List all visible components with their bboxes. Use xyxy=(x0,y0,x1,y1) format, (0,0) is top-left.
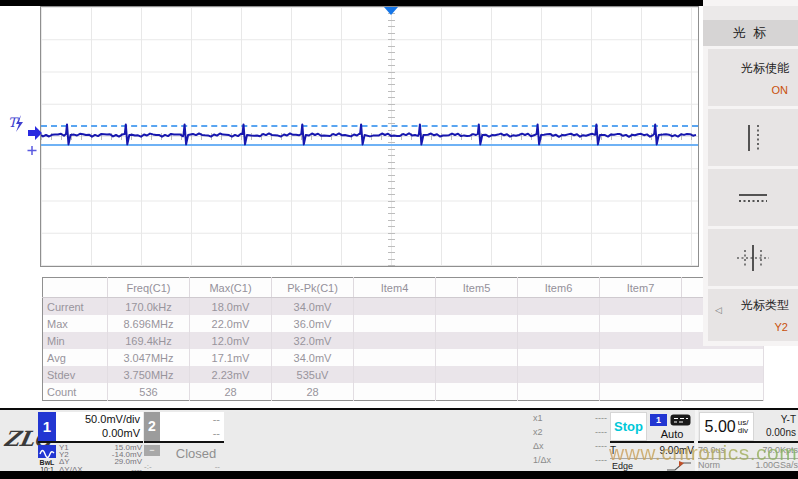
cursor-enable-button[interactable]: 光标使能 ON xyxy=(708,49,798,106)
cursor-x-label: x1 xyxy=(533,412,543,426)
channel2-bottom-row: -:- -- xyxy=(144,462,220,471)
meas-col-header: Max(C1) xyxy=(190,278,272,298)
meas-cell xyxy=(682,349,764,366)
channel2-top-row: 2 -- -- xyxy=(144,412,224,443)
channel1-scale: 50.0mV/div xyxy=(56,412,140,426)
trigger-delay: 0.00ns xyxy=(750,427,796,438)
run-state-indicator[interactable]: Stop xyxy=(610,412,647,441)
meas-cell xyxy=(518,366,600,383)
display-mode: Y-T xyxy=(754,414,796,425)
meas-cell xyxy=(600,315,682,332)
horizontal-cursors-icon xyxy=(737,189,769,207)
vertical-cursors-button[interactable] xyxy=(708,109,798,166)
timebase-unit-bottom: div xyxy=(738,426,748,435)
channel2-badge[interactable]: 2 xyxy=(144,412,160,441)
cursor-anchor-icon xyxy=(28,146,37,155)
cursor-x-label: 1/Δx xyxy=(533,454,551,468)
channel1-block[interactable]: 1 50.0mV/div 0.00mV BwL 10:1 Y115.0mV Y2… xyxy=(38,412,143,470)
channel1-top-row: 1 50.0mV/div 0.00mV xyxy=(38,412,143,443)
watermark: www.cntronics.com xyxy=(609,441,797,465)
meas-cell xyxy=(600,383,682,401)
meas-cell: 170.0kHz xyxy=(108,298,190,316)
cursor-type-button[interactable]: ◁ 光标类型 Y2 xyxy=(708,289,798,341)
channel-trigger-markers: T xyxy=(6,112,44,158)
sine-wave-icon xyxy=(38,445,56,458)
meas-cell xyxy=(518,383,600,401)
bottom-frame-strip xyxy=(0,471,798,479)
meas-col-header: Freq(C1) xyxy=(108,278,190,298)
waveform-trace xyxy=(41,7,698,266)
lightning-icon xyxy=(16,115,23,132)
meas-cell xyxy=(436,298,518,316)
trigger-mode: Auto xyxy=(650,428,694,440)
waveform-display xyxy=(40,6,699,267)
cursor-x-value: ---- xyxy=(595,440,607,454)
meas-cell xyxy=(518,349,600,366)
vertical-cursors-icon xyxy=(738,122,768,154)
channel1-position-arrow-icon[interactable] xyxy=(28,126,42,140)
meas-cell xyxy=(518,332,600,349)
timebase-readout[interactable]: 5.00 us/ div xyxy=(699,412,754,441)
cursor-x-value: ---- xyxy=(595,426,607,440)
meas-cell: 18.0mV xyxy=(190,298,272,316)
meas-cell xyxy=(436,366,518,383)
meas-cell xyxy=(436,332,518,349)
sidebar-top-strip xyxy=(703,6,798,20)
meas-cell: 2.23mV xyxy=(190,366,272,383)
meas-cell xyxy=(354,366,436,383)
cursor-x-readouts: x1---- x2---- Δx---- 1/Δx---- xyxy=(533,412,607,470)
meas-cell: 22.0mV xyxy=(190,315,272,332)
horizontal-cursors-button[interactable] xyxy=(708,169,798,226)
cursor-x-value: ---- xyxy=(595,412,607,426)
cross-cursors-button[interactable] xyxy=(708,229,798,286)
meas-col-header: Pk-Pk(C1) xyxy=(272,278,354,298)
meas-cell: 3.047MHz xyxy=(108,349,190,366)
meas-row-label: Avg xyxy=(43,349,108,366)
cursor-y-readouts: Y115.0mV Y2-14.0mV ΔY29.0mV ΔY/ΔX---- xyxy=(59,444,142,473)
meas-row: Current170.0kHz18.0mV34.0mV xyxy=(43,298,764,316)
meas-cell: 3.750MHz xyxy=(108,366,190,383)
meas-cell xyxy=(600,366,682,383)
meas-cell xyxy=(354,332,436,349)
trigger-source-row: 1 xyxy=(650,414,694,426)
channel1-badge[interactable]: 1 xyxy=(38,412,56,441)
channel1-readout: 50.0mV/div 0.00mV xyxy=(56,412,143,441)
meas-corner-cell xyxy=(43,278,108,298)
meas-cell xyxy=(354,383,436,401)
meas-row: Min169.4kHz12.0mV32.0mV xyxy=(43,332,764,349)
meas-cell: 32.0mV xyxy=(272,332,354,349)
cursor-x-value: ---- xyxy=(595,454,607,468)
meas-cell: 536 xyxy=(108,383,190,401)
meas-cell xyxy=(518,315,600,332)
cursor-enable-label: 光标使能 xyxy=(708,49,798,77)
meas-cell xyxy=(682,366,764,383)
meas-cell xyxy=(436,383,518,401)
channel2-offset: -- xyxy=(160,426,220,440)
trigger-source-badge: 1 xyxy=(650,414,667,426)
meas-row: Stdev3.750MHz2.23mV535uV xyxy=(43,366,764,383)
timebase-unit: us/ div xyxy=(738,419,749,435)
channel2-block[interactable]: 2 -- -- − Closed -:- -- xyxy=(144,412,236,470)
meas-cell xyxy=(600,298,682,316)
meas-cell: 34.0mV xyxy=(272,298,354,316)
meas-row-label: Max xyxy=(43,315,108,332)
menu-title: 光 标 xyxy=(703,20,798,46)
cursor-x-label: x2 xyxy=(533,426,543,440)
pattern-icon xyxy=(670,414,691,426)
meas-header-row: Freq(C1)Max(C1)Pk-Pk(C1)Item4Item5Item6I… xyxy=(43,278,764,298)
meas-cell xyxy=(354,315,436,332)
meas-row: Max8.696MHz22.0mV36.0mV xyxy=(43,315,764,332)
cursor-menu-sidebar: 光 标 光标使能 ON ◁ 光标类型 Y2 xyxy=(703,0,798,346)
meas-col-header: Item4 xyxy=(354,278,436,298)
timebase-scale: 5.00 xyxy=(705,418,736,436)
channel2-extra: -- xyxy=(215,462,220,471)
meas-cell: 36.0mV xyxy=(272,315,354,332)
meas-cell xyxy=(436,315,518,332)
meas-row-label: Stdev xyxy=(43,366,108,383)
meas-row-label: Min xyxy=(43,332,108,349)
meas-col-header: Item6 xyxy=(518,278,600,298)
channel1-offset: 0.00mV xyxy=(56,426,140,440)
bandwidth-limit-label: BwL xyxy=(38,459,56,466)
chevron-left-icon: ◁ xyxy=(715,305,722,315)
meas-cell: 34.0mV xyxy=(272,349,354,366)
